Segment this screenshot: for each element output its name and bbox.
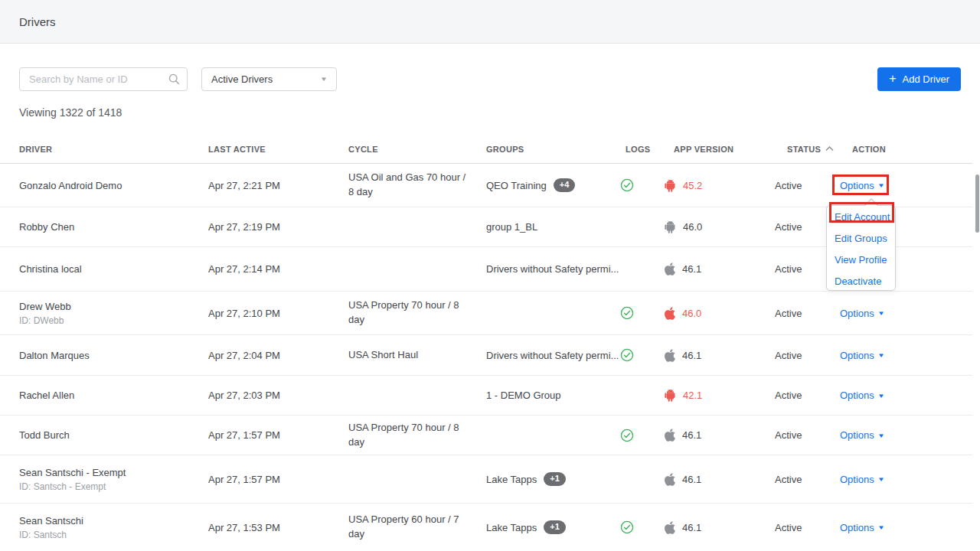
logs-cell — [620, 429, 662, 442]
driver-name: Rachel Allen — [19, 390, 208, 401]
action-cell: Options ▼ — [840, 390, 972, 401]
action-cell: Options ▼ — [840, 180, 972, 191]
apple-icon — [664, 306, 676, 321]
logs-ok-icon[interactable] — [620, 520, 662, 534]
options-button[interactable]: Options ▼ — [840, 350, 884, 361]
groups-cell: Lake Tapps +1 — [486, 520, 620, 534]
vertical-scrollbar-thumb[interactable] — [975, 174, 979, 233]
cycle-cell: USA Property 70 hour / 8 day — [348, 298, 486, 328]
group-label: QEO Training — [486, 180, 547, 191]
logs-ok-icon[interactable] — [620, 429, 662, 442]
groups-cell: group 1_BL — [486, 221, 620, 233]
group-count-badge[interactable]: +1 — [544, 472, 566, 486]
action-cell: Options ▼ — [840, 350, 972, 361]
options-label: Options — [840, 390, 874, 401]
menu-item-edit-account[interactable]: Edit Account — [827, 206, 895, 227]
options-caret-icon: ▼ — [877, 476, 885, 483]
driver-cell: Dalton Marques — [19, 350, 208, 361]
android-icon — [664, 220, 677, 234]
search-input[interactable] — [19, 67, 188, 91]
driver-cell: Rachel Allen — [19, 390, 208, 401]
options-button[interactable]: Options ▼ — [840, 474, 884, 485]
options-label: Options — [840, 180, 874, 191]
groups-cell: Lake Tapps +1 — [486, 472, 620, 486]
menu-item-view-profile[interactable]: View Profile — [827, 249, 895, 270]
app-version-value: 46.0 — [683, 221, 702, 233]
group-count-badge[interactable]: +1 — [544, 520, 566, 534]
options-caret-icon: ▼ — [877, 182, 885, 189]
options-button[interactable]: Options ▼ — [840, 180, 884, 191]
group-label: group 1_BL — [486, 221, 537, 233]
groups-cell: Drivers without Safety permi... — [486, 350, 620, 361]
status-value: Active — [766, 180, 840, 191]
logs-ok-icon[interactable] — [620, 306, 662, 320]
app-version-cell: 46.1 — [662, 520, 766, 535]
logs-cell — [620, 520, 662, 534]
header-status[interactable]: STATUS — [766, 145, 840, 154]
menu-item-deactivate[interactable]: Deactivate — [827, 270, 895, 292]
apple-icon — [664, 262, 676, 276]
header-groups: GROUPS — [486, 145, 620, 154]
top-bar: Drivers — [0, 0, 980, 44]
driver-cell: Todd Burch — [19, 429, 208, 441]
driver-filter-select[interactable]: Active Drivers ▼ — [201, 67, 337, 91]
last-active-cell: Apr 27, 2:14 PM — [208, 263, 348, 275]
status-value: Active — [766, 390, 840, 401]
status-value: Active — [766, 308, 840, 319]
last-active-cell: Apr 27, 2:03 PM — [208, 390, 348, 401]
header-status-label: STATUS — [787, 145, 821, 154]
app-version-cell: 46.1 — [662, 262, 766, 276]
options-button[interactable]: Options ▼ — [840, 308, 884, 319]
status-value: Active — [766, 522, 840, 533]
status-value: Active — [766, 350, 840, 361]
last-active-cell: Apr 27, 2:19 PM — [208, 221, 348, 233]
header-cycle: CYCLE — [348, 145, 486, 154]
group-count-badge[interactable]: +4 — [554, 178, 576, 192]
group-label: Lake Tapps — [486, 522, 537, 533]
chevron-down-icon: ▼ — [320, 76, 328, 83]
header-action: ACTION — [840, 145, 972, 154]
options-label: Options — [840, 308, 874, 319]
driver-name: Gonzalo Android Demo — [19, 180, 208, 191]
android-icon — [664, 388, 677, 403]
options-label: Options — [840, 429, 874, 441]
app-version-value: 46.1 — [682, 474, 701, 485]
add-driver-button[interactable]: + Add Driver — [877, 67, 961, 91]
options-button[interactable]: Options ▼ — [840, 429, 884, 441]
apple-icon — [664, 348, 676, 363]
action-cell: Options ▼ — [840, 308, 972, 319]
cycle-cell: USA Short Haul — [348, 348, 486, 363]
status-value: Active — [766, 474, 840, 485]
app-version-cell: 46.0 — [662, 220, 766, 234]
options-button[interactable]: Options ▼ — [840, 522, 884, 533]
options-dropdown-menu: Edit AccountEdit GroupsView ProfileDeact… — [826, 205, 896, 291]
app-version-cell: 46.1 — [662, 348, 766, 363]
cycle-cell: USA Property 70 hour / 8 day — [348, 421, 486, 450]
apple-icon — [664, 472, 676, 487]
driver-cell: Drew Webb ID: DWebb — [19, 301, 208, 326]
options-button[interactable]: Options ▼ — [840, 390, 884, 401]
drivers-table: DRIVER LAST ACTIVE CYCLE GROUPS LOGS APP… — [0, 135, 972, 551]
menu-item-edit-groups[interactable]: Edit Groups — [827, 227, 895, 249]
plus-icon: + — [889, 73, 896, 85]
search-box[interactable] — [19, 67, 188, 91]
app-version-value: 46.1 — [682, 522, 701, 533]
driver-name: Sean Santschi - Exempt — [19, 467, 208, 478]
last-active-cell: Apr 27, 2:10 PM — [208, 308, 348, 319]
page-title: Drivers — [19, 15, 56, 28]
app-version-cell: 46.1 — [662, 428, 766, 442]
driver-id: ID: DWebb — [19, 315, 208, 326]
table-row: Sean Santschi - Exempt ID: Santsch - Exe… — [0, 455, 972, 504]
app-version-value: 46.1 — [682, 350, 701, 361]
logs-ok-icon[interactable] — [620, 178, 662, 192]
driver-cell: Christina local — [19, 263, 208, 275]
header-driver: DRIVER — [19, 145, 208, 154]
driver-cell: Robby Chen — [19, 221, 208, 233]
table-row: Gonzalo Android Demo Apr 27, 2:21 PM USA… — [0, 164, 972, 207]
driver-cell: Sean Santschi - Exempt ID: Santsch - Exe… — [19, 467, 208, 492]
sort-ascending-icon — [825, 146, 834, 152]
app-version-value: 46.0 — [682, 308, 701, 319]
options-label: Options — [840, 474, 874, 485]
logs-ok-icon[interactable] — [620, 348, 662, 362]
search-icon — [168, 73, 181, 86]
